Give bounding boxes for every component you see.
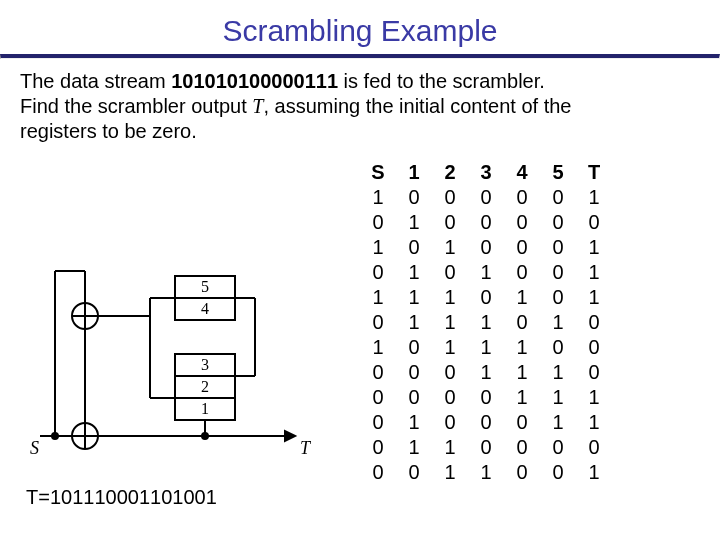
cell: 1 — [432, 435, 468, 460]
cell: 1 — [576, 285, 612, 310]
cell: 0 — [432, 360, 468, 385]
cell: 1 — [540, 360, 576, 385]
cell: 0 — [468, 385, 504, 410]
cell: 0 — [540, 335, 576, 360]
cell: 1 — [468, 460, 504, 485]
col-S: S — [360, 160, 396, 185]
cell: 0 — [468, 410, 504, 435]
cell: 1 — [396, 310, 432, 335]
result-value: 101110001101001 — [50, 486, 217, 508]
cell: 1 — [432, 235, 468, 260]
content-area: The data stream 101010100000111 is fed t… — [0, 59, 720, 144]
tap-5: 5 — [201, 278, 209, 295]
cell: 0 — [360, 360, 396, 385]
diagram-svg: S T 5 4 3 2 1 — [30, 256, 320, 476]
cell: 0 — [432, 260, 468, 285]
cell: 1 — [576, 385, 612, 410]
cell: 0 — [504, 410, 540, 435]
cell: 0 — [468, 210, 504, 235]
cell: 0 — [504, 185, 540, 210]
col-2: 2 — [432, 160, 468, 185]
cell: 1 — [360, 335, 396, 360]
svg-marker-8 — [285, 431, 295, 441]
cell: 1 — [468, 335, 504, 360]
cell: 0 — [360, 435, 396, 460]
cell: 0 — [360, 385, 396, 410]
cell: 1 — [396, 210, 432, 235]
text-line2a: Find the scrambler output — [20, 95, 252, 117]
cell: 1 — [360, 285, 396, 310]
cell: 1 — [504, 285, 540, 310]
cell: 1 — [432, 335, 468, 360]
cell: 0 — [468, 285, 504, 310]
cell: 0 — [504, 235, 540, 260]
cell: 0 — [540, 235, 576, 260]
cell: 0 — [432, 210, 468, 235]
cell: 0 — [540, 260, 576, 285]
cell: 1 — [576, 460, 612, 485]
cell: 0 — [540, 285, 576, 310]
cell: 0 — [540, 435, 576, 460]
problem-text: The data stream 101010100000111 is fed t… — [20, 69, 700, 144]
svg-point-13 — [52, 433, 58, 439]
cell: 0 — [432, 385, 468, 410]
cell: 0 — [468, 235, 504, 260]
cell: 1 — [396, 410, 432, 435]
cell: 1 — [504, 360, 540, 385]
t-label: T — [300, 438, 312, 458]
cell: 0 — [576, 335, 612, 360]
cell: 1 — [540, 310, 576, 335]
cell: 1 — [432, 285, 468, 310]
cell: 1 — [540, 385, 576, 410]
cell: 0 — [396, 185, 432, 210]
cell: 1 — [576, 410, 612, 435]
scrambler-diagram: S T 5 4 3 2 1 — [30, 256, 320, 476]
t-var: T — [252, 95, 263, 117]
cell: 0 — [360, 210, 396, 235]
text-line2b: , assuming the initial content of the — [263, 95, 571, 117]
cell: 0 — [360, 410, 396, 435]
cell: 0 — [360, 460, 396, 485]
page-title: Scrambling Example — [0, 0, 720, 54]
tap-2: 2 — [201, 378, 209, 395]
cell: 1 — [432, 460, 468, 485]
cell: 0 — [360, 310, 396, 335]
cell: 1 — [396, 260, 432, 285]
col-T: T — [576, 160, 612, 185]
col-3: 3 — [468, 160, 504, 185]
cell: 0 — [396, 385, 432, 410]
cell: 0 — [576, 310, 612, 335]
result-line: T=101110001101001 — [26, 486, 217, 509]
cell: 0 — [396, 360, 432, 385]
cell: 1 — [396, 435, 432, 460]
cell: 0 — [468, 435, 504, 460]
s-label: S — [30, 438, 39, 458]
cell: 1 — [360, 235, 396, 260]
cell: 1 — [540, 410, 576, 435]
cell: 1 — [576, 260, 612, 285]
cell: 0 — [504, 460, 540, 485]
col-5: 5 — [540, 160, 576, 185]
cell: 1 — [396, 285, 432, 310]
tap-1: 1 — [201, 400, 209, 417]
text-line3: registers to be zero. — [20, 120, 197, 142]
cell: 0 — [576, 435, 612, 460]
cell: 1 — [576, 235, 612, 260]
tap-3: 3 — [201, 356, 209, 373]
col-1: 1 — [396, 160, 432, 185]
cell: 0 — [396, 235, 432, 260]
stream-bits: 101010100000111 — [171, 70, 338, 92]
result-label: T= — [26, 486, 50, 508]
cell: 1 — [576, 185, 612, 210]
cell: 1 — [432, 310, 468, 335]
cell: 0 — [504, 435, 540, 460]
cell: 1 — [504, 385, 540, 410]
cell: 0 — [576, 360, 612, 385]
cell: 0 — [396, 460, 432, 485]
cell: 0 — [432, 410, 468, 435]
cell: 0 — [576, 210, 612, 235]
scrambler-table: S 1 2 3 4 5 T 1000001 0100000 1010001 01… — [360, 160, 612, 485]
cell: 0 — [540, 210, 576, 235]
cell: 0 — [504, 260, 540, 285]
cell: 0 — [396, 335, 432, 360]
